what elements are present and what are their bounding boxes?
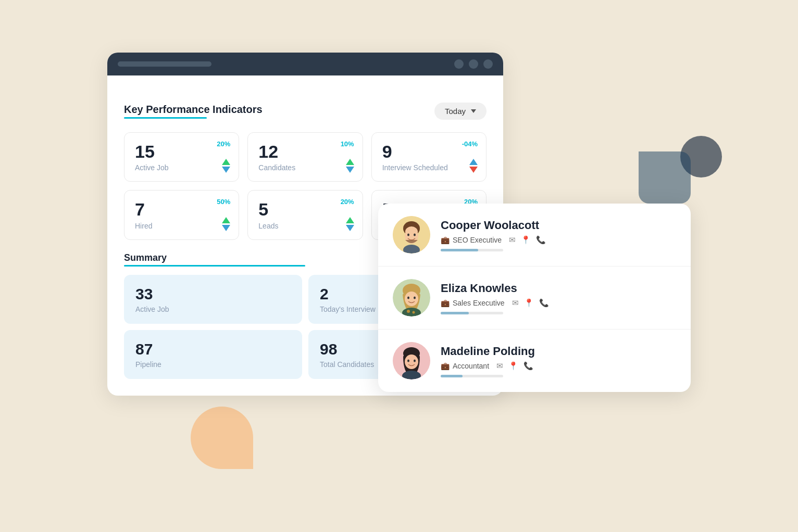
candidate-role-line-cooper: 💼 SEO Executive ✉ 📍 📞 [441,235,676,245]
kpi-label-interview: Interview Scheduled [382,163,476,172]
phone-icon[interactable]: 📞 [536,235,546,245]
candidate-name-cooper: Cooper Woolacott [441,219,676,232]
candidate-info-madeline: Madeline Polding 💼 Accountant ✉ 📍 📞 [441,345,676,377]
candidate-row-cooper: Cooper Woolacott 💼 SEO Executive ✉ 📍 📞 [378,204,691,267]
deco-shape-blue [639,151,691,204]
summary-label-active-job: Active Job [135,305,291,313]
arrow-down-icon [222,167,230,173]
browser-url-bar [118,61,211,67]
progress-bar-bg-cooper [441,249,503,251]
phone-icon[interactable]: 📞 [539,298,549,308]
deco-shape-peach [191,407,253,469]
kpi-arrows-candidates [346,159,354,173]
kpi-title: Key Performance Indicators [124,104,263,119]
summary-item-active-job: 33 Active Job [124,275,302,324]
kpi-percent-candidates: 10% [341,140,354,148]
progress-bar-bg-eliza [441,312,503,314]
chevron-down-icon [471,109,476,113]
candidate-name-eliza: Eliza Knowles [441,282,676,295]
browser-dot-1 [454,59,464,69]
svg-point-10 [407,297,409,299]
progress-bar-bg-madeline [441,375,503,377]
email-icon[interactable]: ✉ [509,235,516,245]
email-icon[interactable]: ✉ [512,298,519,308]
location-icon[interactable]: 📍 [521,235,531,245]
role-label-cooper: SEO Executive [453,236,502,244]
contact-icons-madeline: ✉ 📍 📞 [496,361,533,371]
kpi-arrows-leads [346,217,354,231]
summary-num-pipeline: 87 [135,340,291,358]
scene: Key Performance Indicators Today 20% 15 … [86,32,712,500]
role-label-eliza: Sales Executive [453,299,505,307]
kpi-item-active-job: 20% 15 Active Job [124,132,239,182]
browser-bar [107,53,503,75]
candidate-row-eliza: Eliza Knowles 💼 Sales Executive ✉ 📍 📞 [378,267,691,330]
kpi-percent-interview: -04% [462,140,478,148]
arrow-down-icon [222,225,230,231]
kpi-label-hired: Hired [135,222,228,230]
kpi-percent-hired: 50% [217,198,230,206]
candidate-info-cooper: Cooper Woolacott 💼 SEO Executive ✉ 📍 📞 [441,219,676,251]
progress-bar-fill-madeline [441,375,463,377]
summary-num-active-job: 33 [135,285,291,303]
kpi-arrows-active-job [222,159,230,173]
summary-item-pipeline: 87 Pipeline [124,330,302,379]
period-select-button[interactable]: Today [434,103,487,120]
arrow-up-icon [222,217,230,223]
avatar-eliza [393,279,430,316]
kpi-num-leads: 5 [258,200,352,219]
phone-icon[interactable]: 📞 [523,361,533,371]
kpi-item-candidates: 10% 12 Candidates [247,132,363,182]
kpi-num-candidates: 12 [258,142,352,161]
svg-point-14 [413,311,415,314]
kpi-num-active-job: 15 [135,142,228,161]
candidate-name-madeline: Madeline Polding [441,345,676,358]
candidates-panel: Cooper Woolacott 💼 SEO Executive ✉ 📍 📞 [378,204,691,392]
briefcase-icon: 💼 [441,236,450,244]
avatar-cooper [393,216,430,254]
kpi-item-interview: -04% 9 Interview Scheduled [371,132,487,182]
location-icon[interactable]: 📍 [524,298,534,308]
kpi-percent-active-job: 20% [217,140,230,148]
avatar-madeline [393,342,430,379]
period-label: Today [445,107,466,116]
kpi-num-hired: 7 [135,200,228,219]
briefcase-icon: 💼 [441,299,450,307]
svg-point-5 [414,234,416,236]
browser-dot-2 [469,59,478,69]
progress-bar-fill-cooper [441,249,478,251]
svg-point-17 [405,354,418,369]
kpi-label-leads: Leads [258,222,352,230]
arrow-up-blue-icon [469,159,478,165]
browser-dot-3 [483,59,493,69]
kpi-label-candidates: Candidates [258,163,352,172]
candidate-info-eliza: Eliza Knowles 💼 Sales Executive ✉ 📍 📞 [441,282,676,314]
kpi-header: Key Performance Indicators Today [124,103,487,120]
role-label-madeline: Accountant [453,362,489,370]
browser-dots [454,59,493,69]
candidate-role-line-madeline: 💼 Accountant ✉ 📍 📞 [441,361,676,371]
arrow-up-icon [222,159,230,165]
role-badge-madeline: 💼 Accountant [441,362,489,370]
kpi-percent-leads: 20% [341,198,354,206]
svg-point-9 [405,292,418,306]
role-badge-eliza: 💼 Sales Executive [441,299,505,307]
kpi-item-leads: 20% 5 Leads [247,190,363,239]
arrow-down-icon [346,167,354,173]
progress-bar-fill-eliza [441,312,469,314]
arrow-up-icon [346,159,354,165]
contact-icons-eliza: ✉ 📍 📞 [512,298,549,308]
svg-point-4 [407,234,409,236]
email-icon[interactable]: ✉ [496,361,503,371]
arrow-down-red-icon [469,167,478,173]
summary-label-pipeline: Pipeline [135,360,291,369]
kpi-arrows-hired [222,217,230,231]
role-badge-cooper: 💼 SEO Executive [441,236,502,244]
location-icon[interactable]: 📍 [508,361,518,371]
candidate-row-madeline: Madeline Polding 💼 Accountant ✉ 📍 📞 [378,330,691,392]
kpi-arrows-interview [469,159,478,173]
briefcase-icon: 💼 [441,362,450,370]
svg-point-11 [414,297,416,299]
arrow-up-icon [346,217,354,223]
arrow-down-icon [346,225,354,231]
